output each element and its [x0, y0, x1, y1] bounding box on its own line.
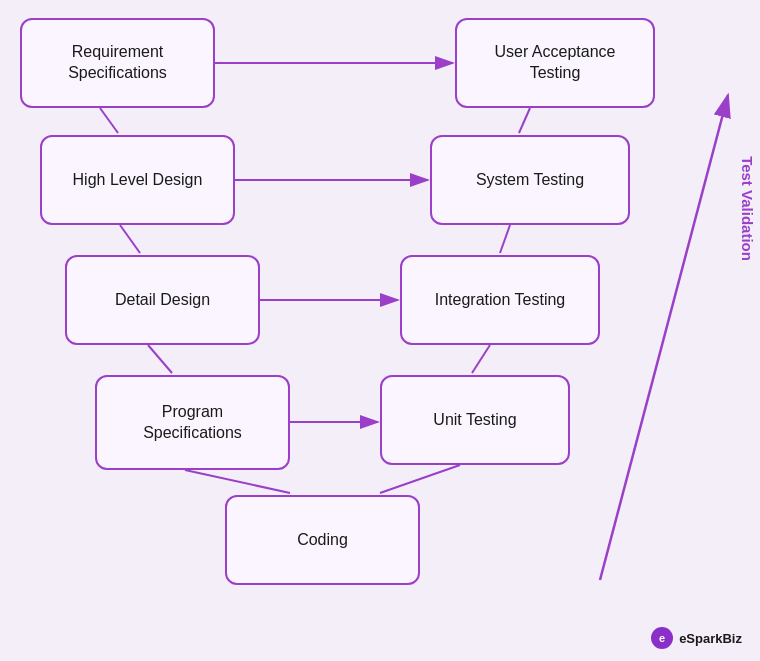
brand-icon: e — [651, 627, 673, 649]
svg-line-9 — [380, 465, 460, 493]
req-spec-box: RequirementSpecifications — [20, 18, 215, 108]
diagram-container: RequirementSpecifications High Level Des… — [0, 0, 760, 661]
svg-line-10 — [472, 345, 490, 373]
svg-line-12 — [519, 108, 530, 133]
svg-line-11 — [500, 225, 510, 253]
brand-name: eSparkBiz — [679, 631, 742, 646]
svg-line-6 — [120, 225, 140, 253]
brand: e eSparkBiz — [651, 627, 742, 649]
high-level-box: High Level Design — [40, 135, 235, 225]
unit-test-box: Unit Testing — [380, 375, 570, 465]
system-test-box: System Testing — [430, 135, 630, 225]
user-accept-box: User AcceptanceTesting — [455, 18, 655, 108]
svg-line-7 — [148, 345, 172, 373]
integ-test-label: Integration Testing — [435, 290, 565, 311]
user-accept-label: User AcceptanceTesting — [495, 42, 616, 84]
test-validation-label: Test Validation — [739, 156, 756, 261]
system-test-label: System Testing — [476, 170, 584, 191]
detail-label: Detail Design — [115, 290, 210, 311]
coding-label: Coding — [297, 530, 348, 551]
integ-test-box: Integration Testing — [400, 255, 600, 345]
svg-line-8 — [185, 470, 290, 493]
high-level-label: High Level Design — [73, 170, 203, 191]
detail-box: Detail Design — [65, 255, 260, 345]
req-spec-label: RequirementSpecifications — [68, 42, 167, 84]
prog-spec-label: ProgramSpecifications — [143, 402, 242, 444]
svg-line-5 — [100, 108, 118, 133]
prog-spec-box: ProgramSpecifications — [95, 375, 290, 470]
coding-box: Coding — [225, 495, 420, 585]
unit-test-label: Unit Testing — [433, 410, 516, 431]
